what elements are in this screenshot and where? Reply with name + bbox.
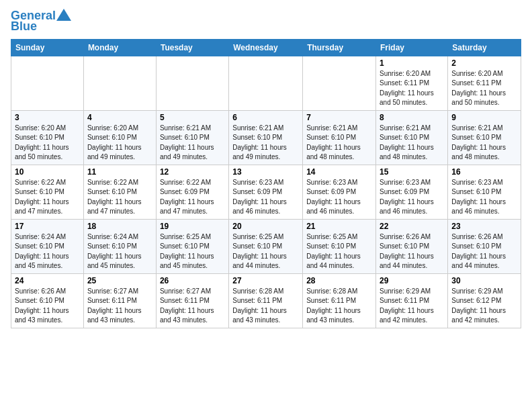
day-number: 6: [232, 113, 299, 122]
logo-icon: [56, 9, 71, 21]
day-info: Sunrise: 6:22 AMSunset: 6:10 PMDaylight:…: [15, 178, 80, 217]
day-cell: 25Sunrise: 6:27 AMSunset: 6:11 PMDayligh…: [83, 273, 156, 328]
day-info: Sunrise: 6:23 AMSunset: 6:10 PMDaylight:…: [451, 178, 517, 217]
day-info: Sunrise: 6:23 AMSunset: 6:09 PMDaylight:…: [380, 178, 444, 217]
day-info: Sunrise: 6:21 AMSunset: 6:10 PMDaylight:…: [306, 124, 372, 163]
day-number: 12: [160, 167, 225, 177]
day-cell: 22Sunrise: 6:26 AMSunset: 6:10 PMDayligh…: [376, 219, 448, 273]
day-cell: 11Sunrise: 6:22 AMSunset: 6:10 PMDayligh…: [83, 165, 156, 219]
weekday-header-thursday: Thursday: [303, 39, 376, 56]
day-info: Sunrise: 6:25 AMSunset: 6:10 PMDaylight:…: [160, 232, 225, 271]
day-cell: [156, 56, 228, 110]
day-info: Sunrise: 6:25 AMSunset: 6:10 PMDaylight:…: [232, 232, 299, 271]
weekday-header-friday: Friday: [376, 39, 448, 56]
logo-blue: Blue: [11, 20, 37, 34]
day-info: Sunrise: 6:22 AMSunset: 6:10 PMDaylight:…: [87, 178, 152, 217]
day-cell: 16Sunrise: 6:23 AMSunset: 6:10 PMDayligh…: [448, 165, 521, 219]
day-cell: 28Sunrise: 6:28 AMSunset: 6:11 PMDayligh…: [303, 273, 376, 328]
day-cell: 3Sunrise: 6:20 AMSunset: 6:10 PMDaylight…: [11, 110, 84, 165]
day-number: 14: [306, 167, 372, 177]
day-cell: 26Sunrise: 6:27 AMSunset: 6:11 PMDayligh…: [156, 273, 228, 328]
day-info: Sunrise: 6:27 AMSunset: 6:11 PMDaylight:…: [87, 287, 152, 326]
day-info: Sunrise: 6:28 AMSunset: 6:11 PMDaylight:…: [232, 287, 299, 326]
day-number: 1: [380, 58, 444, 68]
weekday-header-monday: Monday: [83, 39, 156, 56]
day-cell: 15Sunrise: 6:23 AMSunset: 6:09 PMDayligh…: [376, 165, 448, 219]
day-cell: 18Sunrise: 6:24 AMSunset: 6:10 PMDayligh…: [83, 219, 156, 273]
day-info: Sunrise: 6:21 AMSunset: 6:10 PMDaylight:…: [380, 124, 444, 163]
day-info: Sunrise: 6:26 AMSunset: 6:10 PMDaylight:…: [451, 232, 517, 271]
day-number: 17: [15, 222, 80, 231]
day-cell: 8Sunrise: 6:21 AMSunset: 6:10 PMDaylight…: [376, 110, 448, 165]
day-info: Sunrise: 6:26 AMSunset: 6:10 PMDaylight:…: [15, 287, 80, 326]
day-cell: 13Sunrise: 6:23 AMSunset: 6:09 PMDayligh…: [229, 165, 303, 219]
day-number: 28: [306, 276, 372, 285]
day-cell: 4Sunrise: 6:20 AMSunset: 6:10 PMDaylight…: [83, 110, 156, 165]
day-number: 4: [87, 113, 152, 122]
day-cell: 7Sunrise: 6:21 AMSunset: 6:10 PMDaylight…: [303, 110, 376, 165]
day-info: Sunrise: 6:27 AMSunset: 6:11 PMDaylight:…: [160, 287, 225, 326]
day-cell: [303, 56, 376, 110]
day-number: 7: [306, 113, 372, 122]
day-cell: 24Sunrise: 6:26 AMSunset: 6:10 PMDayligh…: [11, 273, 84, 328]
day-info: Sunrise: 6:24 AMSunset: 6:10 PMDaylight:…: [87, 232, 152, 271]
day-number: 27: [232, 276, 299, 285]
svg-marker-0: [56, 9, 71, 21]
day-number: 9: [451, 113, 517, 122]
day-number: 30: [451, 276, 517, 285]
day-number: 21: [306, 222, 372, 231]
logo: General Blue: [11, 9, 71, 34]
day-number: 15: [380, 167, 444, 177]
day-cell: 1Sunrise: 6:20 AMSunset: 6:11 PMDaylight…: [376, 56, 448, 110]
day-info: Sunrise: 6:29 AMSunset: 6:12 PMDaylight:…: [451, 287, 517, 326]
day-info: Sunrise: 6:20 AMSunset: 6:11 PMDaylight:…: [451, 69, 517, 108]
day-cell: 20Sunrise: 6:25 AMSunset: 6:10 PMDayligh…: [229, 219, 303, 273]
week-row-3: 10Sunrise: 6:22 AMSunset: 6:10 PMDayligh…: [11, 165, 521, 219]
week-row-4: 17Sunrise: 6:24 AMSunset: 6:10 PMDayligh…: [11, 219, 521, 273]
day-cell: 17Sunrise: 6:24 AMSunset: 6:10 PMDayligh…: [11, 219, 84, 273]
day-number: 8: [380, 113, 444, 122]
day-cell: [229, 56, 303, 110]
day-number: 3: [15, 113, 80, 122]
page: General Blue SundayMondayTuesdayWednesda…: [0, 0, 532, 339]
day-info: Sunrise: 6:21 AMSunset: 6:10 PMDaylight:…: [160, 124, 225, 163]
day-cell: 5Sunrise: 6:21 AMSunset: 6:10 PMDaylight…: [156, 110, 228, 165]
day-cell: 14Sunrise: 6:23 AMSunset: 6:09 PMDayligh…: [303, 165, 376, 219]
weekday-header-saturday: Saturday: [448, 39, 521, 56]
week-row-1: 1Sunrise: 6:20 AMSunset: 6:11 PMDaylight…: [11, 56, 521, 110]
day-info: Sunrise: 6:25 AMSunset: 6:10 PMDaylight:…: [306, 232, 372, 271]
day-info: Sunrise: 6:23 AMSunset: 6:09 PMDaylight:…: [306, 178, 372, 217]
day-number: 18: [87, 222, 152, 231]
day-number: 10: [15, 167, 80, 177]
day-number: 29: [380, 276, 444, 285]
day-info: Sunrise: 6:28 AMSunset: 6:11 PMDaylight:…: [306, 287, 372, 326]
day-cell: 27Sunrise: 6:28 AMSunset: 6:11 PMDayligh…: [229, 273, 303, 328]
day-number: 24: [15, 276, 80, 285]
day-number: 13: [232, 167, 299, 177]
day-number: 25: [87, 276, 152, 285]
day-info: Sunrise: 6:20 AMSunset: 6:10 PMDaylight:…: [15, 124, 80, 163]
day-info: Sunrise: 6:20 AMSunset: 6:10 PMDaylight:…: [87, 124, 152, 163]
day-cell: 21Sunrise: 6:25 AMSunset: 6:10 PMDayligh…: [303, 219, 376, 273]
day-cell: 23Sunrise: 6:26 AMSunset: 6:10 PMDayligh…: [448, 219, 521, 273]
day-number: 16: [451, 167, 517, 177]
day-cell: 30Sunrise: 6:29 AMSunset: 6:12 PMDayligh…: [448, 273, 521, 328]
day-number: 11: [87, 167, 152, 177]
day-info: Sunrise: 6:23 AMSunset: 6:09 PMDaylight:…: [232, 178, 299, 217]
week-row-2: 3Sunrise: 6:20 AMSunset: 6:10 PMDaylight…: [11, 110, 521, 165]
day-cell: 19Sunrise: 6:25 AMSunset: 6:10 PMDayligh…: [156, 219, 228, 273]
day-info: Sunrise: 6:22 AMSunset: 6:09 PMDaylight:…: [160, 178, 225, 217]
day-cell: 9Sunrise: 6:21 AMSunset: 6:10 PMDaylight…: [448, 110, 521, 165]
weekday-header-sunday: Sunday: [11, 39, 84, 56]
day-info: Sunrise: 6:21 AMSunset: 6:10 PMDaylight:…: [232, 124, 299, 163]
day-number: 23: [451, 222, 517, 231]
day-number: 22: [380, 222, 444, 231]
weekday-header-tuesday: Tuesday: [156, 39, 228, 56]
day-cell: [11, 56, 84, 110]
calendar-header-row: SundayMondayTuesdayWednesdayThursdayFrid…: [11, 39, 521, 56]
calendar: SundayMondayTuesdayWednesdayThursdayFrid…: [11, 39, 521, 328]
weekday-header-wednesday: Wednesday: [229, 39, 303, 56]
day-info: Sunrise: 6:29 AMSunset: 6:11 PMDaylight:…: [380, 287, 444, 326]
day-number: 19: [160, 222, 225, 231]
day-info: Sunrise: 6:26 AMSunset: 6:10 PMDaylight:…: [380, 232, 444, 271]
